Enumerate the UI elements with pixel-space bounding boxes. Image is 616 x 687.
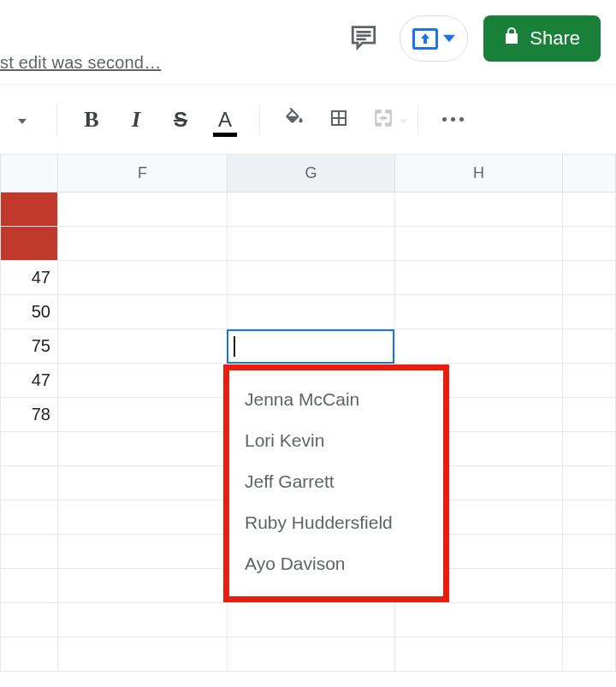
grid-row [0, 227, 616, 261]
cell[interactable] [563, 637, 616, 672]
text-color-swatch [213, 133, 237, 137]
cell[interactable]: 50 [0, 295, 58, 329]
present-button[interactable] [400, 15, 468, 62]
more-toolbar-button[interactable] [437, 104, 468, 135]
cell[interactable] [58, 261, 228, 295]
cell[interactable] [58, 466, 228, 500]
italic-icon: I [132, 107, 140, 133]
separator [259, 104, 260, 135]
column-header-g[interactable]: G [228, 155, 395, 192]
cell[interactable] [58, 192, 228, 227]
cell[interactable] [563, 192, 616, 227]
cell[interactable]: 47 [0, 364, 58, 398]
spreadsheet-grid[interactable]: F G H 4750754778 Jenna McCainLori KevinJ… [0, 155, 616, 672]
separator [56, 104, 57, 135]
cell[interactable] [0, 227, 58, 261]
autocomplete-item[interactable]: Lori Kevin [229, 420, 443, 461]
cell[interactable] [58, 227, 228, 261]
cell[interactable] [563, 535, 616, 569]
cell[interactable] [563, 569, 616, 603]
merge-cells-icon [372, 107, 394, 133]
cell[interactable] [0, 432, 58, 466]
cell[interactable] [228, 295, 395, 329]
chevron-down-icon [18, 112, 27, 127]
cell[interactable] [58, 500, 228, 535]
more-horizontal-icon [442, 117, 464, 121]
autocomplete-item[interactable]: Jenna McCain [229, 379, 443, 420]
text-color-icon: A [218, 108, 232, 132]
cell[interactable] [0, 500, 58, 535]
strikethrough-icon: S [174, 108, 187, 132]
cell[interactable] [563, 398, 616, 432]
cell[interactable]: 75 [0, 329, 58, 364]
cell[interactable]: 78 [0, 398, 58, 432]
toolbar-more-left[interactable] [7, 104, 38, 135]
chevron-down-icon [443, 31, 455, 46]
cell[interactable] [395, 227, 563, 261]
autocomplete-item[interactable]: Ruby Huddersfield [229, 502, 443, 543]
borders-icon [329, 108, 349, 132]
italic-button[interactable]: I [121, 104, 151, 135]
cell[interactable] [58, 329, 228, 364]
separator [418, 104, 418, 135]
cell[interactable] [0, 535, 58, 569]
comments-button[interactable] [343, 18, 384, 59]
borders-button[interactable] [323, 104, 354, 135]
cell[interactable] [563, 261, 616, 295]
column-header-row: F G H [0, 155, 616, 192]
autocomplete-item[interactable]: Ayo Davison [229, 543, 443, 584]
cell[interactable] [563, 466, 616, 500]
cell[interactable] [228, 192, 395, 227]
merge-cells-button[interactable] [368, 104, 399, 135]
cell[interactable] [0, 569, 58, 603]
cell[interactable] [58, 364, 228, 398]
cell[interactable] [0, 637, 58, 672]
cell[interactable] [563, 295, 616, 329]
cell[interactable] [563, 364, 616, 398]
cell[interactable] [228, 603, 395, 637]
cell[interactable] [228, 261, 395, 295]
cell[interactable] [58, 569, 228, 603]
cell[interactable] [58, 432, 228, 466]
cell[interactable] [395, 295, 563, 329]
cell[interactable] [395, 329, 563, 364]
cell[interactable] [563, 432, 616, 466]
cell[interactable]: 47 [0, 261, 58, 295]
cell[interactable] [395, 603, 563, 637]
share-button-label: Share [530, 27, 580, 50]
cell[interactable] [563, 329, 616, 364]
cell[interactable] [58, 637, 228, 672]
column-header-f[interactable]: F [58, 155, 228, 192]
fill-color-button[interactable] [279, 104, 310, 135]
cell[interactable] [0, 192, 58, 227]
strikethrough-button[interactable]: S [165, 104, 196, 135]
cell[interactable] [228, 637, 395, 672]
share-button[interactable]: Share [483, 15, 601, 62]
comment-icon [349, 22, 378, 55]
active-cell[interactable] [227, 329, 394, 364]
column-header[interactable] [0, 155, 58, 192]
column-header[interactable] [563, 155, 616, 192]
grid-row: 50 [0, 295, 616, 329]
autocomplete-item[interactable]: Jeff Garrett [229, 461, 443, 502]
cell[interactable] [0, 603, 58, 637]
autocomplete-dropdown: Jenna McCainLori KevinJeff GarrettRuby H… [223, 364, 449, 602]
cell[interactable] [563, 603, 616, 637]
cell[interactable] [228, 227, 395, 261]
last-edit-status[interactable]: st edit was second… [0, 53, 161, 73]
cell[interactable] [58, 295, 228, 329]
cell[interactable] [395, 261, 563, 295]
cell[interactable] [58, 398, 228, 432]
text-color-button[interactable]: A [210, 104, 240, 135]
cell[interactable] [58, 535, 228, 569]
text-cursor [234, 336, 235, 357]
cell[interactable] [563, 500, 616, 535]
cell[interactable] [58, 603, 228, 637]
column-header-h[interactable]: H [395, 155, 563, 192]
cell[interactable] [0, 466, 58, 500]
paint-bucket-icon [283, 107, 305, 133]
cell[interactable] [563, 227, 616, 261]
cell[interactable] [395, 637, 563, 672]
bold-button[interactable]: B [76, 104, 107, 135]
cell[interactable] [395, 192, 563, 227]
